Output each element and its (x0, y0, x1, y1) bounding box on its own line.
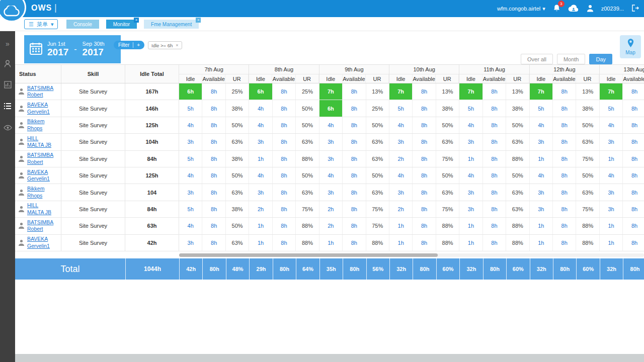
idle-value-cell: 3h (459, 134, 482, 150)
idle-value-cell: 1h (389, 218, 413, 234)
profile-button[interactable] (587, 5, 594, 13)
idle-value-cell: 3h (179, 184, 202, 200)
ur-value-cell: 50% (296, 100, 319, 116)
ur-value-cell: 75% (576, 201, 599, 217)
ur-value-cell: 63% (296, 134, 319, 150)
available-value-cell: 8h (202, 83, 225, 100)
worker-name-link[interactable]: HILLMALTA JB (27, 202, 51, 216)
idle-value-cell: 1h (249, 235, 272, 251)
close-icon[interactable]: × (176, 43, 178, 48)
horizontal-scrollbar-thumb[interactable] (179, 253, 438, 257)
day-header-label: 8th Aug (249, 65, 318, 74)
close-icon[interactable]: × (196, 18, 201, 23)
available-value-cell: 8h (343, 167, 366, 184)
filter-chip-idle[interactable]: Idle >= 6h × (148, 41, 182, 49)
available-value-cell: 8h (413, 151, 436, 167)
ur-value-cell: 38% (506, 100, 529, 116)
available-value-cell: 8h (413, 184, 436, 200)
available-value-cell: 8h (273, 167, 296, 184)
available-value-cell: 8h (623, 167, 644, 184)
sidebar-item-agents[interactable] (3, 60, 12, 69)
map-button[interactable]: Map (620, 35, 641, 58)
worker-name-link[interactable]: HILLMALTA JB (27, 135, 51, 149)
idle-value-cell: 4h (249, 167, 272, 184)
worker-name-link[interactable]: BikkemRhops (27, 118, 44, 132)
subheader-available: Available (623, 74, 644, 83)
worker-name-link[interactable]: BAVEKAGervelin1 (27, 169, 50, 183)
subheader-ur: UR (506, 74, 529, 83)
available-value-cell: 8h (553, 218, 576, 234)
expand-sidebar-button[interactable]: » (3, 39, 12, 48)
total-available-cell: 80h (202, 258, 225, 280)
person-icon (18, 138, 25, 145)
idle-total-cell: 167h (125, 83, 179, 100)
available-value-cell: 8h (623, 201, 644, 217)
idle-value-cell: 4h (530, 167, 553, 184)
view-overall-button[interactable]: Over all (521, 54, 553, 64)
main-menu-button[interactable]: ☰ 菜单 ▾ (24, 19, 58, 29)
horizontal-scrollbar-track[interactable] (179, 253, 644, 257)
subheader-ur: UR (296, 74, 319, 83)
available-value-cell: 8h (483, 184, 506, 200)
ur-value-cell: 50% (296, 167, 319, 184)
view-day-button[interactable]: Day (589, 54, 612, 64)
idle-value-cell: 4h (249, 100, 272, 116)
idle-value-cell: 5h (179, 100, 202, 116)
tab-fme-management[interactable]: Fme Management × (144, 20, 199, 29)
account-menu[interactable]: wfm.congob.airtel ▾ (497, 6, 545, 12)
sidebar-item-monitor-view[interactable] (3, 124, 12, 132)
worker-name-line1: BAVEKA (27, 169, 50, 176)
worker-name-link[interactable]: BAVEKAGervelin1 (27, 236, 50, 249)
ur-value-cell: 63% (226, 134, 249, 150)
close-icon[interactable]: × (134, 18, 139, 23)
idle-value-cell: 6h (179, 83, 202, 100)
ur-value-cell: 38% (226, 100, 249, 116)
person-icon (18, 122, 25, 129)
available-value-cell: 8h (273, 201, 296, 217)
subheader-available: Available (272, 74, 295, 83)
date-range-picker[interactable]: Jun 1st 2017 - Sep 30th 2017 (24, 35, 121, 63)
available-value-cell: 8h (273, 117, 296, 133)
cloud-sync-button[interactable] (568, 5, 579, 13)
sidebar-item-list-view[interactable] (3, 103, 12, 111)
available-value-cell: 8h (343, 83, 366, 100)
available-value-cell: 8h (483, 235, 506, 251)
tab-monitor[interactable]: Monitor × (106, 20, 137, 29)
available-value-cell: 8h (273, 100, 296, 116)
idle-total-cell: 84h (125, 151, 179, 167)
idle-value-cell: 4h (600, 167, 623, 184)
worker-name-link[interactable]: BAVEKAGervelin1 (27, 102, 50, 115)
person-icon (18, 189, 25, 196)
subheader-available: Available (482, 74, 506, 83)
idle-value-cell: 1h (530, 151, 553, 167)
idle-value-cell: 1h (249, 218, 272, 234)
view-month-button[interactable]: Month (557, 54, 586, 64)
idle-value-cell: 3h (389, 184, 413, 200)
worker-name-link[interactable]: BATSIMBARobert (27, 152, 53, 165)
notifications-button[interactable]: 3 (553, 4, 560, 13)
sidebar-item-reports[interactable] (3, 81, 12, 90)
available-value-cell: 8h (623, 83, 644, 100)
idle-value-cell: 5h (530, 100, 553, 116)
worker-name-link[interactable]: BATSIMBARobert (27, 219, 53, 233)
tab-console[interactable]: Console (66, 20, 99, 29)
worker-name-line2: Gervelin1 (27, 109, 50, 116)
ur-value-cell: 63% (226, 235, 249, 251)
ur-value-cell: 50% (226, 167, 249, 184)
subheader-ur: UR (436, 74, 459, 83)
table-row: BikkemRhopsSite Survey1043h8h63%3h8h63%3… (15, 184, 644, 201)
ur-value-cell: 50% (576, 167, 599, 184)
subheader-idle: Idle (319, 74, 343, 83)
status-cell: BAVEKAGervelin1 (15, 167, 61, 184)
available-value-cell: 8h (413, 134, 436, 150)
worker-name-link[interactable]: BATSIMBARobert (27, 85, 53, 99)
ur-value-cell: 75% (366, 218, 389, 234)
day-header-group: 13th AugIdleAvailableUR (600, 65, 644, 83)
logout-button[interactable] (631, 5, 639, 13)
available-value-cell: 8h (553, 167, 576, 184)
worker-name-line2: MALTA JB (27, 142, 51, 149)
worker-name-line2: Robert (27, 226, 53, 233)
available-value-cell: 8h (413, 167, 436, 184)
worker-name-link[interactable]: BikkemRhops (27, 186, 44, 199)
filter-button[interactable]: Filter + (114, 41, 144, 49)
